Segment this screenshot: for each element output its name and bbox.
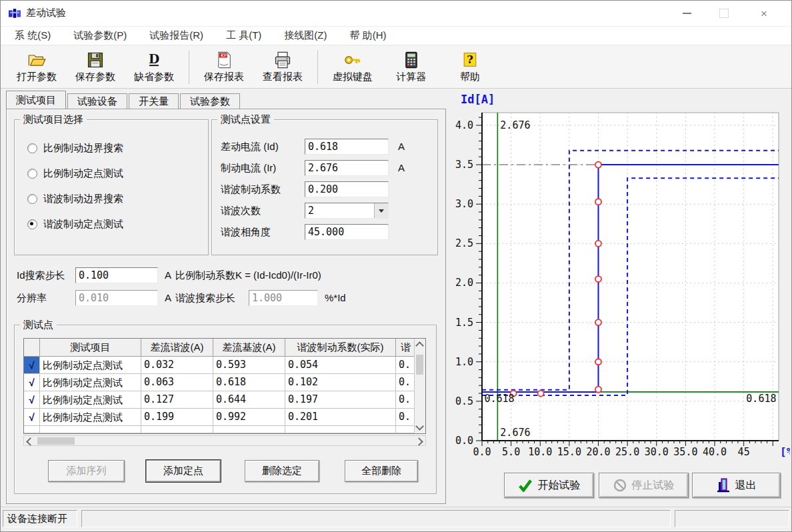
scroll-right-icon[interactable] <box>415 437 423 446</box>
minimize-button[interactable] <box>671 1 702 26</box>
radio-option-0[interactable]: 比例制动边界搜索 <box>27 142 123 155</box>
tab-test-items[interactable]: 测试项目 <box>6 91 66 109</box>
resolution-input[interactable] <box>75 290 158 306</box>
stop-test-button[interactable]: 停止试验 <box>599 473 689 498</box>
minimize-icon <box>683 13 691 14</box>
field-input-4[interactable] <box>305 224 389 240</box>
chart-annotation: 2.676 <box>500 119 530 131</box>
toolbar-button-save-report[interactable]: EXL保存报表 <box>195 46 253 88</box>
id-step-input[interactable] <box>75 267 158 283</box>
menu-item-test-report[interactable]: 试验报告(R) <box>141 27 212 44</box>
question-icon: ? <box>461 51 479 69</box>
delete-all-button[interactable]: 全部删除 <box>345 460 418 482</box>
radio-unselected-icon[interactable] <box>27 169 37 179</box>
add-point-button[interactable]: 添加定点 <box>146 460 221 482</box>
row-check-cell[interactable]: √ <box>24 409 40 426</box>
table-cell-empty <box>213 426 285 433</box>
y-tick-label: 2.5 <box>455 237 473 249</box>
radio-unselected-icon[interactable] <box>27 143 37 153</box>
tab-switch-quantity[interactable]: 开关量 <box>129 93 179 109</box>
menu-item-tools[interactable]: 工 具(T) <box>217 27 270 44</box>
field-label-1: 制动电流 (Ir) <box>221 160 276 176</box>
menu-item-help[interactable]: 帮 助(H) <box>341 27 395 44</box>
table-row[interactable]: √比例制动定点测试0.0320.5930.0540. <box>24 357 425 374</box>
radio-unselected-icon[interactable] <box>27 194 37 204</box>
table-cell-empty <box>40 426 141 433</box>
menu-item-wiring-diagram[interactable]: 接线图(Z) <box>275 27 335 44</box>
x-tick-label: 0.0 <box>473 446 491 458</box>
field-label-4: 谐波相角度 <box>221 224 271 240</box>
test-point-marker <box>538 391 544 397</box>
table-cell: 比例制动定点测试 <box>40 357 141 374</box>
row-check-cell[interactable]: √ <box>24 357 40 374</box>
harmonic-step-unit: %*Id <box>325 290 346 306</box>
svg-text:?: ? <box>467 53 473 66</box>
x-axis-title: [%] <box>780 445 790 458</box>
vscroll-thumb[interactable] <box>416 355 423 375</box>
radio-selected-icon[interactable] <box>27 219 37 229</box>
harmonic-order-select[interactable]: 2 <box>305 203 389 219</box>
toolbar-label: 计算器 <box>397 71 427 83</box>
row-check-cell[interactable]: √ <box>24 374 40 391</box>
add-sequence-button[interactable]: 添加序列 <box>48 460 125 482</box>
field-input-1[interactable] <box>305 160 389 176</box>
table-row[interactable]: √比例制动定点测试0.1270.6440.1970. <box>24 391 425 409</box>
toolbar-button-default-params[interactable]: D缺省参数 <box>125 46 183 88</box>
test-item-select-group: 测试项目选择 <box>14 119 209 255</box>
table-vscrollbar[interactable] <box>414 339 425 433</box>
maximize-button[interactable] <box>709 1 739 26</box>
field-input-2[interactable] <box>305 181 389 197</box>
scroll-left-icon[interactable] <box>26 437 35 446</box>
radio-option-2[interactable]: 谐波制动边界搜索 <box>27 193 123 205</box>
table-header-0[interactable] <box>24 339 40 357</box>
x-tick-label: 10.0 <box>528 446 552 458</box>
toolbar-button-help[interactable]: ?帮助 <box>441 46 499 88</box>
toolbar-button-view-report[interactable]: 查看报表 <box>253 46 312 88</box>
table-header-1[interactable]: 测试项目 <box>40 339 141 357</box>
table-header-2[interactable]: 差流谐波(A) <box>141 339 213 357</box>
toolbar-button-save-params[interactable]: 保存参数 <box>66 46 125 88</box>
toolbar-button-virtual-keyboard[interactable]: 虚拟键盘 <box>323 46 382 88</box>
tab-test-device[interactable]: 试验设备 <box>67 93 127 109</box>
table-cell-empty <box>396 426 416 433</box>
harmonic-step-input[interactable] <box>249 290 318 306</box>
table-header-5[interactable]: 谐 <box>396 339 416 357</box>
harmonic-step-label: 谐波搜索步长 <box>175 290 235 306</box>
close-button[interactable]: × <box>749 1 779 26</box>
toolbar-label: 保存报表 <box>204 71 244 83</box>
table-row[interactable]: √比例制动定点测试0.0630.6180.1020. <box>24 374 425 391</box>
radio-option-3[interactable]: 谐波制动定点测试 <box>27 218 123 231</box>
menu-item-test-params[interactable]: 试验参数(P) <box>65 27 135 44</box>
table-cell: 0.992 <box>213 409 285 426</box>
scroll-up-icon[interactable] <box>415 341 424 350</box>
printer-icon <box>273 51 292 69</box>
delete-selected-button[interactable]: 删除选定 <box>245 460 319 482</box>
resolution-label: 分辨率 <box>17 290 47 306</box>
table-hscrollbar[interactable] <box>23 435 426 446</box>
table-header-4[interactable]: 谐波制动系数(实际) <box>285 339 396 357</box>
toolbar-button-open-params[interactable]: 打开参数 <box>7 46 66 88</box>
x-tick-label: 5.0 <box>502 446 520 458</box>
check-icon <box>518 479 533 492</box>
scroll-down-icon[interactable] <box>415 422 424 431</box>
field-input-0[interactable] <box>305 139 389 155</box>
dropdown-button[interactable] <box>374 203 388 218</box>
row-check-cell[interactable]: √ <box>24 391 40 409</box>
y-tick-label: 1.0 <box>455 356 473 368</box>
tab-test-parameters[interactable]: 试验参数 <box>180 93 240 109</box>
table-header-row: 测试项目差流谐波(A)差流基波(A)谐波制动系数(实际)谐 <box>24 339 425 357</box>
toolbar-button-calculator[interactable]: 计算器 <box>382 46 441 88</box>
exit-button[interactable]: 退出 <box>692 473 781 498</box>
floppy-icon <box>86 51 105 69</box>
status-pane-3 <box>675 510 789 527</box>
svg-text:EXL: EXL <box>219 53 227 57</box>
menu-item-system[interactable]: 系 统(S) <box>6 27 59 44</box>
table-row[interactable]: √比例制动定点测试0.1990.9920.2010. <box>24 409 425 426</box>
radio-option-1[interactable]: 比例制动定点测试 <box>27 167 123 180</box>
radio-option-label: 比例制动边界搜索 <box>43 142 123 155</box>
table-header-3[interactable]: 差流基波(A) <box>213 339 285 357</box>
start-test-button[interactable]: 开始试验 <box>504 473 594 498</box>
ratio-formula: 比例制动系数K = (Id-Icd0)/(Ir-Ir0) <box>175 267 321 283</box>
hscroll-thumb[interactable] <box>37 437 75 445</box>
toolbar-label: 缺省参数 <box>134 71 174 83</box>
